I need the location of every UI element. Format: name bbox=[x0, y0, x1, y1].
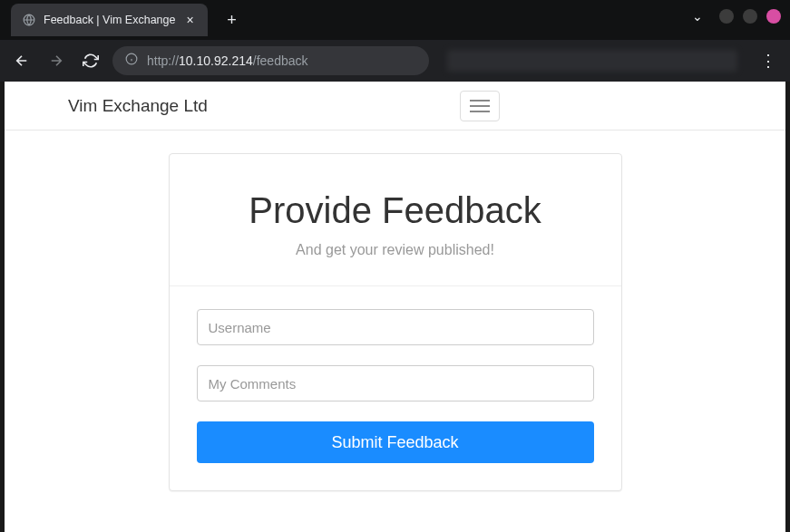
page-content: Vim Exchange Ltd Provide Feedback And ge… bbox=[5, 82, 785, 532]
hamburger-icon bbox=[470, 100, 490, 102]
menu-button[interactable]: ⋮ bbox=[756, 51, 781, 71]
feedback-panel: Provide Feedback And get your review pub… bbox=[169, 153, 622, 491]
minimize-button[interactable] bbox=[719, 9, 734, 24]
url-input[interactable]: http://10.10.92.214/feedback bbox=[112, 46, 429, 75]
brand[interactable]: Vim Exchange Ltd bbox=[68, 96, 208, 116]
comments-input[interactable] bbox=[197, 365, 594, 401]
close-icon[interactable]: × bbox=[182, 13, 197, 27]
panel-heading: Provide Feedback And get your review pub… bbox=[170, 154, 621, 286]
forward-button[interactable] bbox=[44, 48, 69, 73]
hamburger-button[interactable] bbox=[460, 91, 500, 121]
extensions-area bbox=[447, 50, 738, 72]
chevron-down-icon[interactable]: ⌄ bbox=[692, 9, 703, 24]
reload-button[interactable] bbox=[78, 48, 103, 73]
submit-button[interactable]: Submit Feedback bbox=[197, 421, 594, 463]
url-text: http://10.10.92.214/feedback bbox=[147, 53, 308, 68]
hamburger-icon bbox=[470, 111, 490, 112]
page-subtitle: And get your review published! bbox=[197, 242, 594, 258]
site-navbar: Vim Exchange Ltd bbox=[5, 82, 785, 131]
window-controls: ⌄ bbox=[692, 9, 781, 24]
maximize-button[interactable] bbox=[743, 9, 757, 24]
close-window-button[interactable] bbox=[766, 9, 781, 24]
username-input[interactable] bbox=[197, 309, 594, 345]
address-bar: http://10.10.92.214/feedback ⋮ bbox=[0, 40, 790, 82]
globe-icon bbox=[22, 13, 36, 27]
back-button[interactable] bbox=[9, 48, 34, 73]
site-info-icon[interactable] bbox=[125, 53, 138, 69]
tab-title: Feedback | Vim Exchange bbox=[44, 14, 175, 26]
page-title: Provide Feedback bbox=[197, 190, 594, 231]
panel-body: Submit Feedback bbox=[170, 286, 621, 490]
tab-bar: Feedback | Vim Exchange × + ⌄ bbox=[0, 0, 790, 40]
browser-chrome: Feedback | Vim Exchange × + ⌄ http://10.… bbox=[0, 0, 790, 82]
new-tab-button[interactable]: + bbox=[219, 7, 244, 33]
browser-tab[interactable]: Feedback | Vim Exchange × bbox=[11, 4, 208, 36]
hamburger-icon bbox=[470, 105, 490, 107]
